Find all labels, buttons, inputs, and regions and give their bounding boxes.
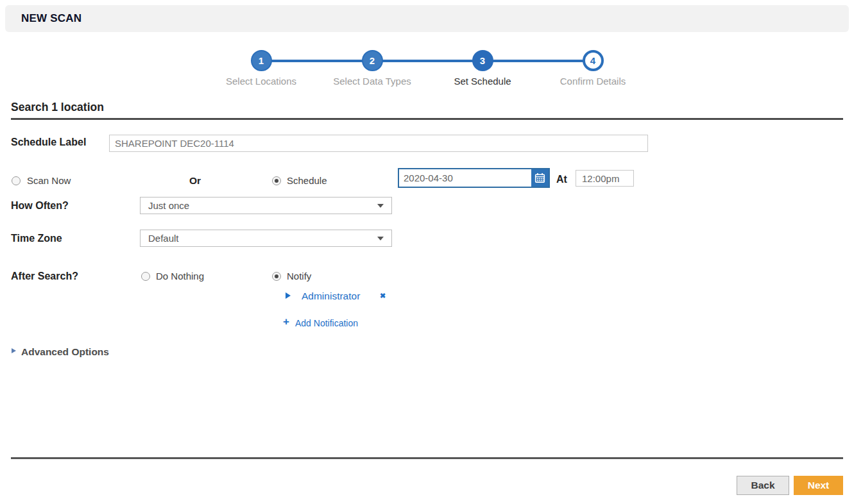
- time-zone-label: Time Zone: [11, 233, 62, 244]
- step-2-label: Select Data Types: [333, 76, 411, 87]
- do-nothing-label[interactable]: Do Nothing: [156, 271, 204, 281]
- add-notification-link[interactable]: Add Notification: [295, 318, 358, 328]
- calendar-icon: [534, 172, 545, 183]
- step-2-circle[interactable]: 2: [362, 50, 383, 71]
- step-3-circle[interactable]: 3: [472, 50, 493, 71]
- next-button[interactable]: Next: [794, 476, 843, 495]
- page-header: NEW SCAN: [5, 5, 849, 32]
- expand-administrator-icon[interactable]: [286, 292, 291, 299]
- step-4-circle[interactable]: 4: [583, 50, 604, 71]
- page-title: NEW SCAN: [5, 5, 849, 32]
- step-3-label: Set Schedule: [454, 76, 511, 87]
- schedule-radio-label[interactable]: Schedule: [287, 175, 327, 186]
- date-input[interactable]: [399, 169, 531, 187]
- step-set-schedule[interactable]: 3 Set Schedule: [431, 50, 534, 87]
- step-select-locations[interactable]: 1 Select Locations: [210, 50, 312, 87]
- date-picker-group: [398, 168, 550, 188]
- how-often-value: Just once: [141, 200, 377, 211]
- time-zone-select[interactable]: Default: [140, 230, 392, 247]
- expand-advanced-options-icon[interactable]: [12, 348, 16, 353]
- do-nothing-radio[interactable]: [141, 272, 150, 281]
- footer-divider: [11, 457, 843, 459]
- step-1-circle[interactable]: 1: [251, 50, 272, 71]
- chevron-down-icon: [377, 237, 384, 240]
- scan-now-radio[interactable]: [12, 176, 21, 185]
- schedule-radio[interactable]: [272, 176, 281, 185]
- scan-now-label[interactable]: Scan Now: [27, 175, 71, 186]
- step-4-label: Confirm Details: [560, 76, 626, 87]
- schedule-label-label: Schedule Label: [11, 137, 86, 148]
- time-input[interactable]: [576, 170, 634, 187]
- section-divider: [11, 118, 843, 120]
- or-label: Or: [189, 175, 201, 187]
- how-often-select[interactable]: Just once: [140, 197, 392, 214]
- advanced-options-toggle[interactable]: Advanced Options: [21, 346, 109, 358]
- time-zone-value: Default: [141, 233, 377, 244]
- notify-radio[interactable]: [272, 272, 281, 281]
- back-button[interactable]: Back: [737, 476, 789, 495]
- at-label: At: [556, 174, 567, 185]
- add-icon[interactable]: +: [283, 315, 289, 328]
- how-often-label: How Often?: [11, 200, 69, 212]
- after-search-label: After Search?: [11, 271, 78, 282]
- new-scan-page: NEW SCAN 1 Select Locations 2 Select Dat…: [0, 0, 854, 504]
- remove-notification-icon[interactable]: ✖: [380, 292, 386, 300]
- step-1-label: Select Locations: [226, 76, 296, 87]
- step-confirm-details[interactable]: 4 Confirm Details: [542, 50, 644, 87]
- notification-item-administrator[interactable]: Administrator: [302, 290, 360, 302]
- chevron-down-icon: [377, 204, 384, 208]
- calendar-button[interactable]: [531, 169, 549, 187]
- schedule-label-input[interactable]: [109, 135, 648, 152]
- section-title: Search 1 location: [11, 101, 104, 114]
- notify-label[interactable]: Notify: [287, 271, 311, 281]
- step-select-data-types[interactable]: 2 Select Data Types: [321, 50, 423, 87]
